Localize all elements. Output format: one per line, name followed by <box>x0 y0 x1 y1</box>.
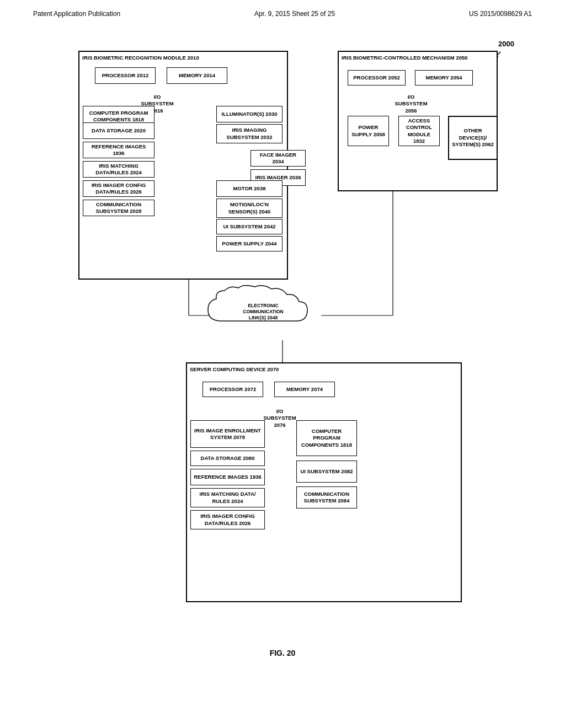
data-storage-2080-box: DATA STORAGE 2080 <box>190 451 265 466</box>
access-control-1832-box: ACCESS CONTROL MODULE 1832 <box>398 116 440 146</box>
motor-2038-box: MOTOR 2038 <box>216 180 282 197</box>
ui-subsystem-2042-box: UI SUBSYSTEM 2042 <box>216 219 282 234</box>
motion-sensor-2040-box: MOTION/LOC'N SENSOR(S) 2040 <box>216 199 282 218</box>
io-subsystem-2076-label: I/O SUBSYSTEM 2076 <box>260 408 299 429</box>
diagram-number-label: 2000 <box>498 40 514 48</box>
communication-2084-box: COMMUNICATION SUBSYSTEM 2084 <box>296 486 357 508</box>
illuminators-2030-box: ILLUMINATOR(S) 2030 <box>216 106 282 122</box>
face-imager-2034-box: FACE IMAGER 2034 <box>250 150 306 167</box>
computer-program-bot-box: COMPUTER PROGRAM COMPONENTS 1818 <box>296 420 357 456</box>
svg-text:ELECTRONIC: ELECTRONIC <box>248 303 278 308</box>
io-subsystem-2056-label: I/O SUBSYSTEM 2056 <box>392 94 430 114</box>
page-header: Patent Application Publication Apr. 9, 2… <box>0 0 565 18</box>
data-storage-2020-box: DATA STORAGE 2020 <box>83 122 154 139</box>
memory-2074-box: MEMORY 2074 <box>274 382 335 397</box>
header-left: Patent Application Publication <box>33 10 120 18</box>
communication-2028-box: COMMUNICATION SUBSYSTEM 2028 <box>83 200 154 216</box>
processor-2012-box: PROCESSOR 2012 <box>95 67 156 84</box>
cloud-svg: ELECTRONIC COMMUNICATION LINK(S) 2048 <box>200 282 327 332</box>
iris-imaging-2032-box: IRIS IMAGING SUBSYSTEM 2032 <box>216 124 282 143</box>
ui-subsystem-2082-box: UI SUBSYSTEM 2082 <box>296 461 357 483</box>
other-devices-box: OTHER DEVICE(S)/ SYSTEM(S) 2062 <box>448 116 498 160</box>
fig-label: FIG. 20 <box>45 649 520 657</box>
reference-images-bot-box: REFERENCE IMAGES 1836 <box>190 469 265 485</box>
iris-imager-config-top-box: IRIS IMAGER CONFIG DATA/RULES 2026 <box>83 180 154 197</box>
iris-matching-bot-box: IRIS MATCHING DATA/ RULES 2024 <box>190 488 265 507</box>
power-supply-2058-box: POWER SUPPLY 2058 <box>348 116 389 146</box>
diagram-container: 2000 ↙ <box>45 34 520 668</box>
memory-2014-box: MEMORY 2014 <box>167 67 227 84</box>
svg-text:COMMUNICATION: COMMUNICATION <box>243 309 284 314</box>
memory-2054-box: MEMORY 2054 <box>415 70 473 85</box>
reference-images-top-box: REFERENCE IMAGES 1836 <box>83 142 154 158</box>
iris-imager-config-bot-box: IRIS IMAGER CONFIG DATA/RULES 2026 <box>190 510 265 529</box>
power-supply-2044-box: POWER SUPPLY 2044 <box>216 236 282 251</box>
svg-text:LINK(S) 2048: LINK(S) 2048 <box>249 315 278 320</box>
iris-matching-top-box: IRIS MATCHING DATA/RULES 2024 <box>83 161 154 178</box>
header-middle: Apr. 9, 2015 Sheet 25 of 25 <box>254 10 335 18</box>
header-right: US 2015/0098629 A1 <box>469 10 532 18</box>
processor-2052-box: PROCESSOR 2052 <box>348 70 406 85</box>
iris-enrollment-2078-box: IRIS IMAGE ENROLLMENT SYSTEM 2078 <box>190 420 265 448</box>
processor-2072-box: PROCESSOR 2072 <box>202 382 263 397</box>
